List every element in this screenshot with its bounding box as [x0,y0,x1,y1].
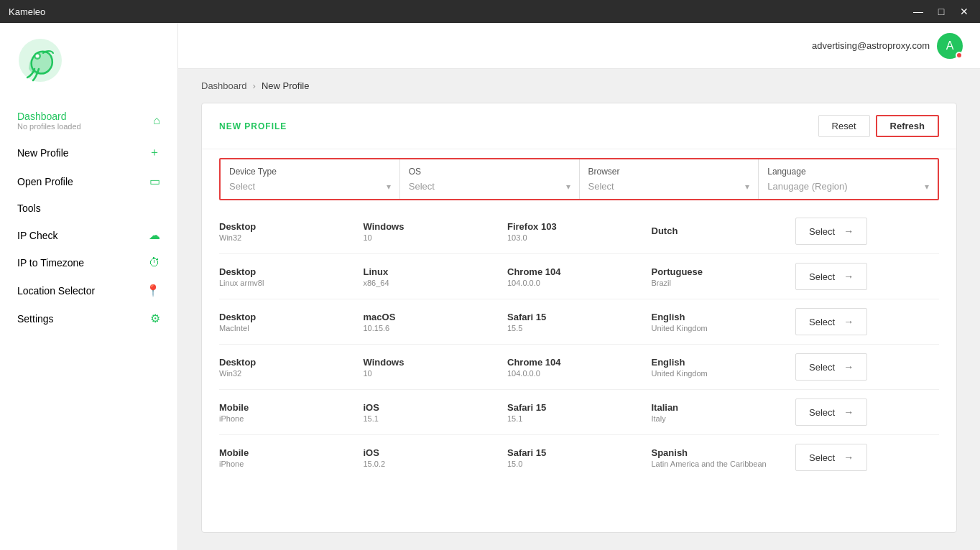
select-button[interactable]: Select → [795,353,867,381]
cell-device-5: Mobile iPhone [219,447,364,468]
folder-icon: ▭ [149,174,160,188]
chevron-down-icon: ▾ [566,182,570,192]
reset-button[interactable]: Reset [818,115,870,137]
device-type-value: Select [229,181,255,192]
app-title: Kameleo [9,6,911,17]
refresh-button[interactable]: Refresh [876,115,939,137]
notification-dot [956,52,963,59]
clock-icon: ⏱ [149,256,160,269]
cell-action-3: Select → [795,353,939,381]
arrow-right-icon: → [843,361,854,373]
sidebar-item-open-profile[interactable]: Open Profile ▭ [0,167,177,195]
cell-browser-5: Safari 15 15.0 [507,447,652,468]
pin-icon: 📍 [146,284,160,297]
sidebar-item-location-selector[interactable]: Location Selector 📍 [0,276,177,304]
cell-os-4: iOS 15.1 [364,402,508,423]
select-button[interactable]: Select → [795,398,867,426]
cell-action-2: Select → [795,308,939,335]
breadcrumb-current: New Profile [262,80,309,91]
select-button[interactable]: Select → [795,263,867,290]
sidebar-item-new-profile[interactable]: New Profile ＋ [0,138,177,167]
sidebar-item-ip-timezone[interactable]: IP to Timezone ⏱ [0,249,177,276]
arrow-right-icon: → [843,452,854,463]
chevron-down-icon: ▾ [745,182,749,192]
user-email: advertising@astroproxy.com [812,40,930,51]
logo [0,23,177,98]
table-row: Desktop Linux armv8l Linux x86_64 Chrome… [219,254,939,299]
os-select[interactable]: Select ▾ [409,181,570,192]
table-row: Desktop Win32 Windows 10 Firefox 103 103… [219,209,939,254]
cell-language-5: Spanish Latin America and the Caribbean [652,447,796,468]
breadcrumb-dashboard[interactable]: Dashboard [201,80,247,91]
breadcrumb-separator: › [253,80,256,91]
cell-device-1: Desktop Linux armv8l [219,266,364,287]
os-value: Select [409,181,435,192]
main-panel: NEW PROFILE Reset Refresh Device Type Se… [201,103,957,533]
cell-os-3: Windows 10 [364,357,508,378]
cell-action-0: Select → [795,218,939,245]
home-icon: ⌂ [153,114,160,127]
cell-device-4: Mobile iPhone [219,402,364,423]
select-button[interactable]: Select → [795,218,867,245]
arrow-right-icon: → [843,406,854,418]
cell-os-5: iOS 15.0.2 [364,447,508,468]
cell-device-0: Desktop Win32 [219,221,364,242]
cell-device-2: Desktop MacIntel [219,312,364,332]
cell-action-1: Select → [795,263,939,290]
sidebar: Dashboard No profiles loaded ⌂ New Profi… [0,23,178,550]
sidebar-item-dashboard[interactable]: Dashboard No profiles loaded ⌂ [0,103,177,138]
select-button[interactable]: Select → [795,308,867,335]
language-filter: Language Lanugage (Region) ▾ [759,159,938,199]
cell-language-3: English United Kingdom [652,357,796,378]
filter-row: Device Type Select ▾ OS Select ▾ Browser [219,158,939,200]
select-button[interactable]: Select → [795,444,867,471]
cell-browser-3: Chrome 104 104.0.0.0 [507,357,652,378]
cell-browser-1: Chrome 104 104.0.0.0 [507,266,652,287]
browser-label: Browser [588,167,750,177]
table-row: Desktop Win32 Windows 10 Chrome 104 104.… [219,345,939,390]
cell-os-2: macOS 10.15.6 [364,312,508,332]
arrow-right-icon: → [843,225,854,237]
device-type-select[interactable]: Select ▾ [229,181,391,192]
cell-language-0: Dutch [652,225,796,238]
maximize-button[interactable]: □ [934,6,948,17]
kameleo-logo-icon [17,37,63,83]
breadcrumb: Dashboard › New Profile [178,69,980,103]
cell-language-4: Italian Italy [652,402,796,423]
chevron-down-icon: ▾ [387,182,391,192]
device-type-label: Device Type [229,167,391,177]
topbar: advertising@astroproxy.com A [178,23,980,69]
browser-value: Select [588,181,614,192]
sidebar-item-settings[interactable]: Settings ⚙ [0,304,177,332]
panel-actions: Reset Refresh [818,115,939,137]
sidebar-item-tools[interactable]: Tools [0,195,177,221]
profile-table: Desktop Win32 Windows 10 Firefox 103 103… [202,209,956,532]
minimize-button[interactable]: — [911,6,925,17]
chevron-down-icon: ▾ [925,182,929,192]
plus-icon: ＋ [149,145,160,160]
main-content: advertising@astroproxy.com A Dashboard ›… [178,23,980,550]
language-value: Lanugage (Region) [767,181,847,192]
os-filter: OS Select ▾ [400,159,580,199]
user-info: advertising@astroproxy.com A [812,33,963,59]
gear-icon: ⚙ [150,312,160,325]
language-select[interactable]: Lanugage (Region) ▾ [767,181,929,192]
cell-browser-4: Safari 15 15.1 [507,402,652,423]
os-label: OS [409,167,570,177]
avatar[interactable]: A [937,33,963,59]
panel-header: NEW PROFILE Reset Refresh [202,103,956,149]
device-type-filter: Device Type Select ▾ [221,159,400,199]
arrow-right-icon: → [843,271,854,282]
table-row: Desktop MacIntel macOS 10.15.6 Safari 15… [219,299,939,345]
sidebar-nav: Dashboard No profiles loaded ⌂ New Profi… [0,98,177,550]
cell-browser-2: Safari 15 15.5 [507,312,652,332]
browser-select[interactable]: Select ▾ [588,181,750,192]
table-row: Mobile iPhone iOS 15.1 Safari 15 15.1 It… [219,390,939,435]
titlebar: Kameleo — □ ✕ [0,0,980,23]
cell-os-0: Windows 10 [364,221,508,242]
window-controls: — □ ✕ [911,6,971,17]
panel-title: NEW PROFILE [219,121,287,131]
cell-os-1: Linux x86_64 [364,266,508,287]
sidebar-item-ip-check[interactable]: IP Check ☁ [0,221,177,249]
close-button[interactable]: ✕ [957,6,971,17]
